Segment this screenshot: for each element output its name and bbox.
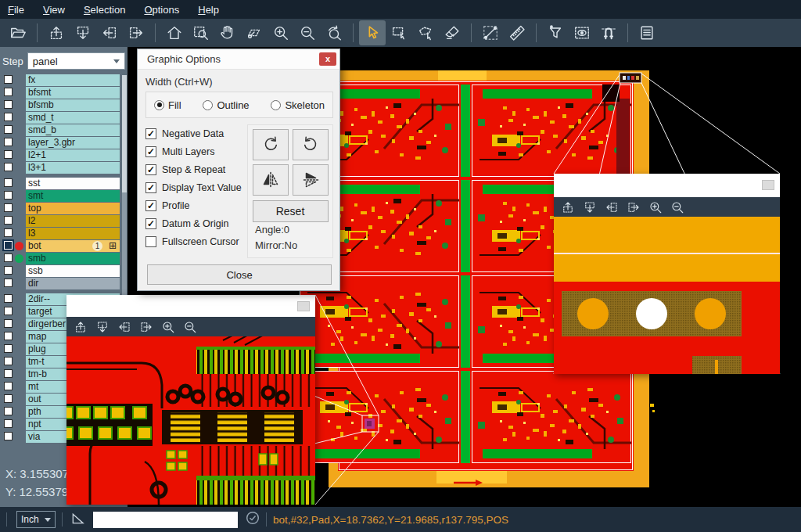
zoom-in-button[interactable] xyxy=(645,198,666,216)
mirror-horizontal-button[interactable] xyxy=(253,164,289,196)
pan-right-button[interactable] xyxy=(135,318,157,336)
layer-checkbox[interactable] xyxy=(4,369,13,378)
layer-row-bfsmt[interactable]: bfsmt xyxy=(0,87,120,99)
layer-checkbox[interactable] xyxy=(4,163,13,171)
checkbox-row-negative-data[interactable]: ✓Negative Data xyxy=(145,124,244,142)
layer-checkbox[interactable] xyxy=(4,357,13,365)
layer-row-bfsmb[interactable]: bfsmb xyxy=(0,99,120,111)
menu-options[interactable]: Options xyxy=(144,4,179,16)
clear-brush-button[interactable] xyxy=(439,20,465,45)
layer-checkbox[interactable] xyxy=(4,394,13,403)
menu-help[interactable]: Help xyxy=(198,4,219,16)
layer-checkbox[interactable] xyxy=(4,407,13,415)
checkbox[interactable]: ✓ xyxy=(145,182,156,193)
layer-name[interactable]: l3+1 xyxy=(26,162,120,174)
reset-button[interactable]: Reset xyxy=(253,200,329,222)
menu-file[interactable]: File xyxy=(8,4,24,16)
radio-circle[interactable] xyxy=(154,100,164,110)
step-combobox[interactable]: panel xyxy=(27,52,125,70)
layer-row-smb[interactable]: smb xyxy=(0,253,120,264)
popup-right-pcb-view[interactable] xyxy=(554,217,780,374)
layer-row-smt[interactable]: smt xyxy=(0,190,120,202)
zoom-out-button[interactable] xyxy=(666,198,688,216)
pan-down-button[interactable] xyxy=(92,318,113,336)
layer-name[interactable]: bfsmb xyxy=(26,99,120,111)
checkbox[interactable]: ✓ xyxy=(145,218,156,229)
zoom-in-button[interactable] xyxy=(157,318,179,336)
scrollbar-thumb[interactable] xyxy=(122,75,127,192)
layer-row-ssb[interactable]: ssb xyxy=(0,265,120,277)
zoom-previous-button[interactable] xyxy=(321,20,347,45)
layer-checkbox[interactable] xyxy=(4,253,13,262)
checkbox[interactable]: ✓ xyxy=(145,146,156,157)
pan-down-button[interactable] xyxy=(70,20,96,45)
layer-checkbox[interactable] xyxy=(4,178,13,187)
measure-ruler-button[interactable] xyxy=(504,20,530,45)
layer-row-sst[interactable]: sst xyxy=(0,178,120,189)
popup-left-pcb-view[interactable] xyxy=(66,336,315,505)
snap-button[interactable] xyxy=(595,20,622,45)
layer-checkbox[interactable] xyxy=(4,294,13,303)
popup-titlebar[interactable] xyxy=(554,174,780,197)
checkbox[interactable]: ✓ xyxy=(145,164,156,175)
checkbox[interactable] xyxy=(145,236,156,247)
layer-row-l2[interactable]: l2 xyxy=(0,215,120,227)
checkbox-row-profile[interactable]: ✓Profile xyxy=(145,196,244,214)
layer-name[interactable]: l2 xyxy=(26,215,120,227)
apply-check-icon[interactable] xyxy=(246,511,260,528)
zoom-out-button[interactable] xyxy=(294,20,321,45)
layer-checkbox[interactable] xyxy=(4,279,13,287)
radio-circle[interactable] xyxy=(271,100,281,110)
menu-selection[interactable]: Selection xyxy=(84,4,125,16)
report-button[interactable] xyxy=(634,20,660,45)
view-options-button[interactable] xyxy=(569,20,595,45)
select-cursor-button[interactable] xyxy=(359,20,386,45)
rect-select-button[interactable] xyxy=(386,20,412,45)
pan-up-button[interactable] xyxy=(557,198,579,216)
layer-checkbox[interactable] xyxy=(4,432,13,440)
snap-angle-icon[interactable] xyxy=(70,511,85,529)
radio-fill[interactable]: Fill xyxy=(154,99,181,111)
layer-checkbox[interactable] xyxy=(4,419,13,428)
layer-checkbox[interactable] xyxy=(4,191,13,200)
pan-right-button[interactable] xyxy=(123,20,149,45)
layer-checkbox[interactable] xyxy=(4,216,13,225)
pan-right-button[interactable] xyxy=(623,198,645,216)
layer-checkbox[interactable] xyxy=(4,241,13,250)
layer-checkbox[interactable] xyxy=(4,150,13,159)
home-button[interactable] xyxy=(161,20,188,45)
measure-distance-button[interactable] xyxy=(477,20,504,45)
layer-checkbox[interactable] xyxy=(4,382,13,390)
layer-checkbox[interactable] xyxy=(4,332,13,340)
popup-titlebar[interactable] xyxy=(66,295,315,317)
radio-outline[interactable]: Outline xyxy=(203,99,249,111)
layer-name[interactable]: smd_b xyxy=(26,124,120,136)
rotate-ccw-button[interactable] xyxy=(293,129,329,160)
dialog-close-button[interactable]: Close xyxy=(147,264,332,285)
zoom-source-fiducial[interactable] xyxy=(620,73,641,83)
layer-name[interactable]: smd_t xyxy=(26,112,120,124)
dialog-titlebar[interactable]: Graphic Options x xyxy=(138,49,339,70)
pan-down-button[interactable] xyxy=(579,198,601,216)
radio-circle[interactable] xyxy=(203,100,213,110)
layer-checkbox[interactable] xyxy=(4,138,13,146)
checkbox-row-display-text-value[interactable]: ✓Display Text Value xyxy=(145,178,244,196)
layer-name[interactable]: ssb xyxy=(26,265,120,277)
pan-up-button[interactable] xyxy=(70,318,92,336)
drag-view-button[interactable] xyxy=(241,20,268,45)
layer-name[interactable]: dir xyxy=(26,278,120,289)
layer-checkbox[interactable] xyxy=(4,344,13,353)
layer-row-smd_t[interactable]: smd_t xyxy=(0,112,120,124)
checkbox[interactable]: ✓ xyxy=(145,200,156,211)
layer-name[interactable]: fx xyxy=(26,74,120,86)
layer-row-layer_3.gbr[interactable]: layer_3.gbr xyxy=(0,137,120,149)
layer-name[interactable]: bot1⊞ xyxy=(26,240,120,252)
unit-combobox[interactable]: Inch xyxy=(16,511,56,528)
pan-left-button[interactable] xyxy=(96,20,123,45)
layer-row-dir[interactable]: dir xyxy=(0,278,120,289)
zoom-out-button[interactable] xyxy=(179,318,201,336)
layer-name[interactable]: bfsmt xyxy=(26,87,120,99)
pan-up-button[interactable] xyxy=(43,20,70,45)
layer-name[interactable]: l3 xyxy=(26,228,120,239)
layer-name[interactable]: layer_3.gbr xyxy=(26,137,120,149)
